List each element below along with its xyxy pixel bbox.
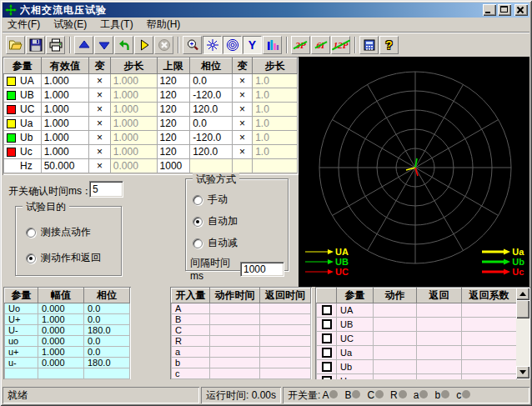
vary-cell[interactable]: × <box>232 117 252 131</box>
checkbox[interactable] <box>322 376 332 379</box>
step-cell: 1.0 <box>253 131 298 145</box>
radio-icon-selected[interactable] <box>193 217 203 227</box>
switch-confirm-input[interactable] <box>89 181 123 198</box>
magnifier-icon <box>186 38 199 52</box>
vary-cell[interactable]: × <box>232 145 252 159</box>
menu-item-file[interactable]: 文件(F) <box>8 18 40 32</box>
raise-button[interactable] <box>74 36 93 54</box>
checkbox[interactable] <box>322 319 332 329</box>
undo-button[interactable] <box>114 36 133 54</box>
bar-chart-button[interactable] <box>263 36 282 54</box>
limit-cell[interactable]: 120 <box>157 145 190 159</box>
calculator-button[interactable] <box>359 36 379 54</box>
menu-item-test[interactable]: 试验(E) <box>53 18 87 32</box>
y-display-button[interactable]: Y <box>243 36 262 54</box>
vary-cell[interactable]: × <box>89 117 110 131</box>
checkbox[interactable] <box>322 333 332 343</box>
radio-manual[interactable]: 手动 <box>193 193 288 207</box>
menu-item-tools[interactable]: 工具(T) <box>100 18 133 32</box>
result-row: Uc <box>317 374 517 380</box>
play-icon <box>138 38 151 52</box>
color-swatch <box>7 91 16 100</box>
value-cell[interactable]: 1.000 <box>41 131 89 145</box>
open-file-button[interactable] <box>6 36 25 54</box>
radio-auto-increase[interactable]: 自动加 <box>193 214 288 228</box>
switch-indicator-icon <box>441 390 449 398</box>
vary-cell[interactable]: × <box>232 103 252 117</box>
value-cell[interactable]: 1.000 <box>41 103 89 117</box>
table-row-ub: UB 1.000 × 1.000 120 -120.0 × 1.0 <box>4 88 298 103</box>
vary-cell[interactable]: × <box>89 74 110 88</box>
limit-cell[interactable]: 1000 <box>157 159 190 173</box>
phase-cell[interactable]: 0.0 <box>190 74 233 88</box>
six-current-button[interactable]: 6I <box>311 36 330 54</box>
table-row-ua: UA 1.000 × 1.000 120 0.0 × 1.0 <box>4 74 298 88</box>
switch-c2: c <box>456 389 475 401</box>
header-cell: 开入量 <box>172 288 210 303</box>
header-cell: 参量 <box>337 288 374 303</box>
value-cell[interactable]: 50.000 <box>41 159 89 173</box>
radio-icon-selected[interactable] <box>26 253 36 263</box>
radio-icon[interactable] <box>193 238 203 248</box>
param-name-cell: Ua <box>4 117 42 131</box>
radio-auto-decrease[interactable]: 自动减 <box>193 236 288 250</box>
limit-cell[interactable]: 120 <box>157 103 190 117</box>
app-window: 六相交流电压试验 文件(F) 试验(E) 工具(T) 帮助(H) <box>0 0 532 406</box>
lower-button[interactable] <box>94 36 113 54</box>
scroll-thumb[interactable] <box>516 300 529 318</box>
limit-cell[interactable]: 120 <box>157 131 190 145</box>
three-phase-button[interactable]: 3P <box>291 36 310 54</box>
circle-display-button[interactable] <box>223 36 242 54</box>
toolbar-separator <box>69 37 71 53</box>
phase-cell[interactable]: 120.0 <box>190 145 233 159</box>
vary-cell[interactable]: × <box>89 159 110 173</box>
zoom-button[interactable] <box>183 36 202 54</box>
checkbox[interactable] <box>322 362 332 372</box>
print-button[interactable] <box>46 36 65 54</box>
result-table-scrollbar[interactable] <box>516 288 529 378</box>
close-button[interactable] <box>514 4 528 16</box>
value-cell[interactable]: 1.000 <box>41 145 89 159</box>
vary-cell[interactable]: × <box>89 131 110 145</box>
limit-cell[interactable]: 120 <box>157 117 190 131</box>
save-button[interactable] <box>26 36 45 54</box>
limit-cell[interactable]: 120 <box>157 74 190 88</box>
vary-cell[interactable]: × <box>232 88 252 103</box>
status-ready: 就绪 <box>3 387 199 403</box>
maximize-button[interactable] <box>498 4 511 16</box>
vary-cell[interactable]: × <box>232 131 252 145</box>
twelve-phase-button[interactable]: 12P <box>331 36 350 54</box>
help-button[interactable]: ? <box>379 36 399 54</box>
vary-cell[interactable]: × <box>232 74 252 88</box>
phase-cell <box>190 159 233 173</box>
phase-cell[interactable]: -120.0 <box>190 131 233 145</box>
radio-action-return[interactable]: 测动作和返回 <box>26 251 121 265</box>
checkbox[interactable] <box>322 305 332 315</box>
value-cell[interactable]: 1.000 <box>41 74 89 88</box>
menu-item-help[interactable]: 帮助(H) <box>147 18 181 32</box>
step-cell: 1.000 <box>110 88 157 103</box>
scroll-up-button[interactable] <box>516 288 529 300</box>
switch-indicator-icon <box>419 390 428 398</box>
radio-icon[interactable] <box>26 228 36 238</box>
radio-contact-action[interactable]: 测接点动作 <box>26 225 121 239</box>
phase-cell[interactable]: -120.0 <box>190 88 233 103</box>
phase-cell[interactable]: 0.0 <box>190 117 233 131</box>
result-row: UA <box>317 303 517 318</box>
start-button[interactable] <box>134 36 153 54</box>
vector-display-button[interactable] <box>203 36 222 54</box>
radio-icon[interactable] <box>193 195 203 205</box>
phase-cell[interactable]: 120.0 <box>190 103 233 117</box>
value-cell[interactable]: 1.000 <box>41 117 89 131</box>
value-cell[interactable]: 1.000 <box>41 88 89 103</box>
switch-c: C <box>367 389 389 401</box>
minimize-button[interactable] <box>483 4 496 16</box>
interval-input[interactable] <box>240 262 284 277</box>
vary-cell[interactable]: × <box>89 103 110 117</box>
vary-cell[interactable]: × <box>89 145 110 159</box>
limit-cell[interactable]: 120 <box>157 88 190 103</box>
checkbox[interactable] <box>322 348 332 358</box>
vary-cell[interactable]: × <box>89 88 110 103</box>
down-arrow-icon <box>519 370 526 374</box>
scroll-down-button[interactable] <box>516 366 529 378</box>
